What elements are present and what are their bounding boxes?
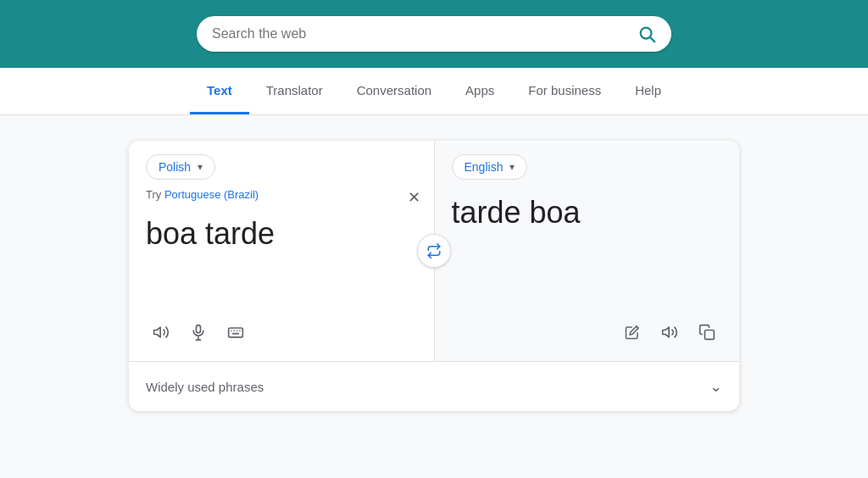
- nav-item-help[interactable]: Help: [618, 68, 678, 114]
- nav-item-conversation[interactable]: Conversation: [340, 68, 448, 114]
- phrases-chevron-icon: ⌄: [709, 377, 722, 396]
- translator-card: Polish ▾ Try Portuguese (Brazil) ✕ boa t…: [129, 141, 739, 411]
- pencil-icon: [625, 325, 640, 340]
- header: [0, 0, 868, 68]
- widely-used-phrases-row[interactable]: Widely used phrases ⌄: [129, 362, 739, 411]
- translation-panels: Polish ▾ Try Portuguese (Brazil) ✕ boa t…: [129, 141, 739, 361]
- svg-marker-2: [154, 327, 161, 337]
- nav-item-text[interactable]: Text: [190, 68, 249, 114]
- search-bar: [197, 16, 671, 52]
- edit-translation-button[interactable]: [617, 317, 648, 347]
- target-language-selector[interactable]: English ▾: [452, 154, 528, 180]
- copy-icon: [698, 324, 715, 341]
- keyboard-icon: [227, 324, 244, 341]
- nav-bar: Text Translator Conversation Apps For bu…: [0, 68, 868, 115]
- main-content: Polish ▾ Try Portuguese (Brazil) ✕ boa t…: [0, 115, 868, 436]
- copy-translation-button[interactable]: [692, 317, 722, 347]
- source-text[interactable]: boa tarde: [146, 214, 417, 307]
- translated-text: tarde boa: [452, 193, 723, 317]
- search-icon: [637, 25, 656, 43]
- nav-item-apps[interactable]: Apps: [448, 68, 511, 114]
- search-input[interactable]: [212, 26, 637, 42]
- listen-source-button[interactable]: [146, 317, 176, 347]
- swap-icon: [426, 243, 442, 258]
- source-language-chevron-icon: ▾: [198, 161, 203, 173]
- phrases-label: Widely used phrases: [146, 380, 264, 394]
- speaker-target-icon: [661, 324, 678, 341]
- svg-rect-13: [705, 331, 715, 340]
- svg-rect-3: [197, 325, 201, 333]
- svg-line-1: [650, 37, 654, 42]
- speaker-icon: [153, 324, 170, 341]
- svg-marker-12: [663, 327, 670, 337]
- nav-item-translator[interactable]: Translator: [249, 68, 340, 114]
- clear-button[interactable]: ✕: [408, 188, 420, 207]
- search-button[interactable]: [637, 25, 656, 43]
- source-language-label: Polish: [159, 160, 191, 174]
- nav-item-for-business[interactable]: For business: [511, 68, 618, 114]
- keyboard-button[interactable]: [220, 317, 251, 347]
- listen-target-button[interactable]: [654, 317, 685, 347]
- swap-languages-button[interactable]: [417, 234, 451, 268]
- target-panel-icons: [452, 317, 723, 347]
- try-language-link[interactable]: Portuguese (Brazil): [164, 188, 259, 201]
- try-suggestion: Try Portuguese (Brazil): [146, 188, 417, 201]
- microphone-button[interactable]: [183, 317, 214, 347]
- target-language-label: English: [465, 160, 504, 174]
- target-panel: English ▾ tarde boa: [435, 141, 740, 361]
- target-language-chevron-icon: ▾: [509, 161, 515, 173]
- svg-rect-6: [229, 328, 243, 337]
- microphone-icon: [190, 324, 207, 341]
- source-language-selector[interactable]: Polish ▾: [146, 154, 215, 180]
- source-panel: Polish ▾ Try Portuguese (Brazil) ✕ boa t…: [129, 141, 435, 361]
- source-panel-icons: [146, 317, 417, 347]
